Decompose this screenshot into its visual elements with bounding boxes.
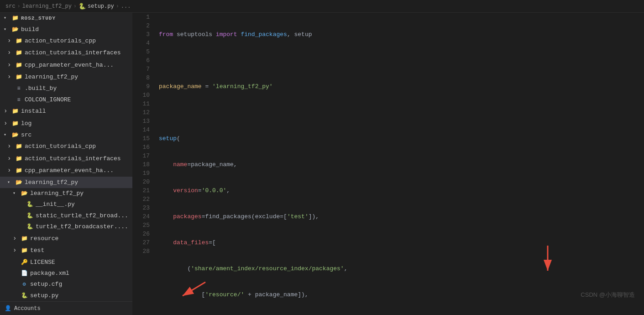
built-label: .built_by — [25, 84, 57, 94]
action-int-2-arrow — [7, 153, 15, 164]
ln-21: 21 — [136, 186, 150, 195]
resource-icon: 📁 — [20, 235, 28, 243]
resource-label: resource — [30, 234, 58, 244]
account-button[interactable]: 👤 Accounts — [0, 301, 132, 315]
learning-1-label: learning_tf2_py — [25, 72, 78, 82]
log-arrow — [4, 118, 11, 129]
ln-15: 15 — [136, 134, 150, 143]
colcon-label: COLCON_IGNORE — [25, 95, 71, 105]
sidebar-root-label: ROS2_STUDY — [21, 13, 56, 23]
sidebar-item-colcon-ignore[interactable]: ≡ COLCON_IGNORE — [0, 94, 132, 105]
ln-3: 3 — [136, 30, 150, 39]
code-line-4 — [155, 108, 644, 117]
test-arrow — [13, 245, 20, 256]
src-icon: 📂 — [11, 131, 19, 139]
action-cpp-2-label: action_tutorials_cpp — [25, 142, 96, 152]
sidebar-item-resource[interactable]: 📁 resource — [0, 233, 132, 245]
turtle-tf2-icon: 🐍 — [26, 223, 34, 231]
build-arrow — [4, 25, 11, 35]
static-turtle-label: static_turtle_tf2_broad... — [36, 211, 128, 221]
sidebar-item-init[interactable]: 🐍 __init__.py — [0, 199, 132, 210]
watermark: CSDN @小海聊智造 — [581, 291, 635, 299]
install-label: install — [21, 106, 46, 116]
breadcrumb-sep-2: › — [73, 3, 77, 10]
ln-1: 1 — [136, 13, 150, 21]
sidebar-item-action-cpp-1[interactable]: 📁 action_tutorials_cpp — [0, 35, 132, 47]
cpp-param-1-label: cpp_parameter_event_ha... — [25, 60, 114, 70]
code-line-2 — [155, 56, 644, 65]
action-cpp-2-icon: 📁 — [15, 142, 23, 151]
build-label: build — [21, 25, 39, 35]
sidebar-item-learning-tf2-1[interactable]: 📁 learning_tf2_py — [0, 71, 132, 83]
sidebar-item-src[interactable]: 📂 src — [0, 130, 132, 141]
ln-8: 8 — [136, 74, 150, 82]
file-py-icon: 🐍 — [79, 3, 86, 10]
code-content[interactable]: from setuptools import find_packages, se… — [155, 13, 644, 311]
sidebar-item-learning-root[interactable]: 📂 learning_tf2_py — [0, 177, 132, 188]
learning-root-label: learning_tf2_py — [25, 178, 78, 188]
account-label: Accounts — [14, 305, 41, 312]
test-label: test — [30, 246, 44, 256]
sidebar-item-cpp-param-1[interactable]: 📁 cpp_parameter_event_ha... — [0, 59, 132, 71]
ln-23: 23 — [136, 204, 150, 212]
learning-inner-icon: 📂 — [20, 189, 28, 198]
learning-1-icon: 📁 — [15, 73, 23, 81]
sidebar-item-static-turtle[interactable]: 🐍 static_turtle_tf2_broad... — [0, 210, 132, 221]
sidebar-item-license[interactable]: 🔑 LICENSE — [0, 257, 132, 268]
ln-26: 26 — [136, 230, 150, 238]
code-line-10: ('share/ament_index/resource_index/packa… — [155, 264, 644, 273]
learning-root-arrow — [7, 178, 15, 188]
sidebar-item-install[interactable]: 📁 install — [0, 105, 132, 117]
breadcrumb-file[interactable]: 🐍 setup.py — [79, 3, 114, 10]
breadcrumb-src[interactable]: src — [5, 3, 16, 10]
sidebar-item-action-cpp-2[interactable]: 📁 action_tutorials_cpp — [0, 141, 132, 152]
ln-10: 10 — [136, 91, 150, 100]
action-cpp-1-label: action_tutorials_cpp — [25, 36, 96, 46]
sidebar-item-setup-cfg[interactable]: ⚙ setup.cfg — [0, 279, 132, 290]
root-folder-icon: 📁 — [11, 14, 19, 22]
test-icon: 📁 — [20, 247, 28, 255]
sidebar-item-action-interfaces-2[interactable]: 📁 action_tutorials_interfaces — [0, 153, 132, 165]
code-container[interactable]: 1 2 3 4 5 6 7 8 9 10 11 12 13 14 15 16 1… — [132, 13, 644, 315]
action-cpp-2-arrow — [7, 141, 15, 152]
log-label: log — [21, 119, 31, 129]
ln-11: 11 — [136, 100, 150, 108]
account-icon: 👤 — [5, 305, 11, 312]
code-line-3: package_name = 'learning_tf2_py' — [155, 82, 644, 91]
sidebar-item-turtle-tf2[interactable]: 🐍 turtle_tf2_broadcaster.... — [0, 221, 132, 232]
sidebar-item-action-interfaces-1[interactable]: 📁 action_tutorials_interfaces — [0, 47, 132, 59]
action-int-1-icon: 📁 — [15, 49, 23, 57]
static-turtle-icon: 🐍 — [26, 212, 34, 220]
action-int-1-arrow — [7, 47, 15, 58]
ln-28: 28 — [136, 247, 150, 256]
setup-cfg-label: setup.cfg — [30, 279, 62, 289]
sidebar-item-setup-py[interactable]: 🐍 setup.py — [0, 290, 132, 301]
sidebar-root[interactable]: 📁 ROS2_STUDY — [0, 13, 132, 24]
src-arrow — [4, 130, 11, 140]
colcon-icon: ≡ — [15, 96, 23, 104]
log-icon: 📁 — [11, 120, 19, 128]
ln-17: 17 — [136, 152, 150, 160]
code-line-7: version='0.0.0', — [155, 186, 644, 195]
breadcrumb-sep-3: › — [116, 3, 119, 10]
breadcrumb-learning[interactable]: learning_tf2_py — [22, 3, 72, 10]
ln-7: 7 — [136, 65, 150, 74]
sidebar-item-build[interactable]: 📂 build — [0, 24, 132, 35]
sidebar-item-test[interactable]: 📁 test — [0, 245, 132, 257]
sidebar-item-cpp-param-2[interactable]: 📁 cpp_parameter_event_ha... — [0, 165, 132, 177]
sidebar-item-built-by[interactable]: ≡ .built_by — [0, 83, 132, 94]
package-xml-label: package.xml — [30, 268, 69, 278]
sidebar-item-package-xml[interactable]: 📄 package.xml — [0, 268, 132, 279]
ln-24: 24 — [136, 212, 150, 221]
setup-cfg-icon: ⚙ — [20, 280, 28, 289]
license-label: LICENSE — [30, 257, 55, 268]
ln-13: 13 — [136, 117, 150, 126]
main-layout: 📁 ROS2_STUDY 📂 build 📁 action_tutorials_… — [0, 13, 644, 315]
ln-2: 2 — [136, 21, 150, 30]
ln-6: 6 — [136, 56, 150, 65]
learning-inner-label: learning_tf2_py — [30, 189, 84, 199]
sidebar-item-log[interactable]: 📁 log — [0, 118, 132, 130]
cpp-param-1-icon: 📁 — [15, 61, 23, 69]
sidebar-item-learning-inner[interactable]: 📂 learning_tf2_py — [0, 188, 132, 199]
sidebar: 📁 ROS2_STUDY 📂 build 📁 action_tutorials_… — [0, 13, 132, 315]
